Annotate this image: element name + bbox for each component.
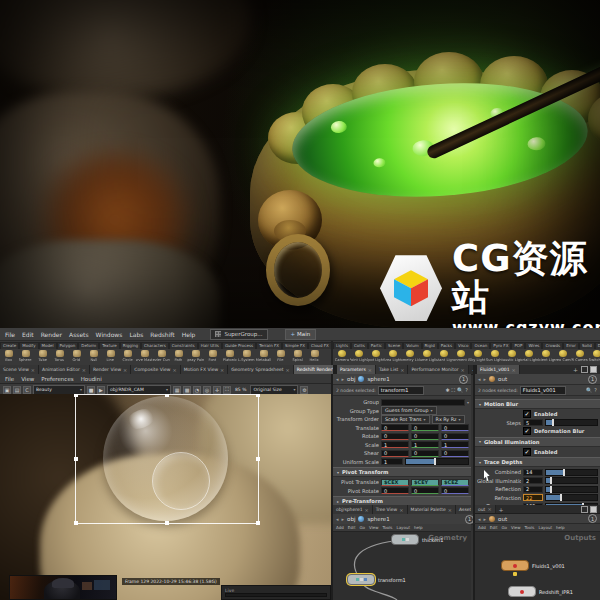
region-selection-rect[interactable] [75, 394, 259, 524]
desktop-tab-main[interactable]: + Main [285, 329, 317, 340]
path-node[interactable]: out [498, 516, 507, 522]
rotate-order-select[interactable]: Rx Ry Rz▾ [432, 415, 465, 424]
scale-field[interactable]: 1 [441, 441, 469, 448]
play-icon[interactable]: ▶ [97, 386, 105, 394]
back-icon[interactable]: ◂ [336, 516, 339, 522]
menu-item[interactable]: View [369, 525, 379, 530]
path-node[interactable]: sphere1 [367, 516, 389, 522]
pane-menu-icon[interactable] [581, 366, 588, 373]
pretransform-section-header[interactable]: ▸Pre-Transform [333, 496, 471, 505]
graph-node[interactable]: thicken1 [391, 534, 443, 545]
shelf-tab[interactable]: Model [39, 342, 57, 349]
shelf-tool[interactable]: Tube [34, 349, 51, 365]
refraction-field[interactable]: 22 [523, 494, 543, 501]
shelf-tab[interactable]: Terrain FX [256, 342, 282, 349]
close-icon[interactable]: × [31, 367, 35, 373]
gear-icon[interactable]: ⚙ [300, 386, 308, 394]
menu-item[interactable]: View [21, 376, 34, 382]
save-icon[interactable]: ▣ [3, 386, 11, 394]
shelf-tool[interactable]: Environment Light [452, 349, 469, 365]
shelf-tab[interactable]: Rigging [120, 342, 141, 349]
close-icon[interactable]: × [448, 507, 452, 513]
menu-item[interactable]: Preferences [41, 376, 73, 382]
shelf-tab[interactable]: Deform [595, 342, 600, 349]
selection-handle[interactable] [74, 457, 78, 461]
restart-render-icon[interactable]: C [23, 386, 31, 394]
menu-item[interactable]: Help [182, 331, 196, 338]
menu-item[interactable]: Render [41, 331, 62, 338]
node-name-field[interactable]: transform1 [378, 386, 424, 395]
pane-tab[interactable]: Take List× [376, 365, 408, 374]
group-field[interactable] [381, 399, 465, 406]
selection-handle[interactable] [74, 394, 78, 397]
pane-max-icon[interactable] [590, 366, 597, 373]
shelf-tab[interactable]: Volum [403, 342, 421, 349]
shelf-tool[interactable]: Sky Light [469, 349, 486, 365]
shelf-tab[interactable]: Modify [19, 342, 38, 349]
menu-item[interactable]: Edit [490, 525, 498, 530]
shelf-tab[interactable]: Texture [99, 342, 120, 349]
pivot-rotate-field[interactable]: 0 [441, 487, 469, 494]
pane-max-icon[interactable] [590, 506, 597, 513]
pane-tab[interactable]: Material Palette× [408, 505, 457, 514]
shelf-tool[interactable]: Curve Master [136, 349, 153, 365]
render-flag-icon[interactable] [520, 590, 524, 594]
stop-icon[interactable]: ■ [87, 386, 95, 394]
close-icon[interactable]: × [512, 367, 516, 373]
checkbox-checked[interactable]: ✓ [523, 448, 531, 456]
selection-handle[interactable] [256, 521, 260, 525]
pane-tab[interactable]: Scene View× [0, 365, 39, 374]
shelf-tab[interactable]: Hair Utils [198, 342, 222, 349]
shear-field[interactable]: 0 [441, 450, 469, 457]
uniform-scale-slider[interactable] [405, 458, 469, 465]
pin-icon[interactable]: ✱ [445, 387, 449, 394]
menu-item[interactable]: Layout [396, 525, 410, 530]
shelf-tool[interactable]: Grid [68, 349, 85, 365]
shelf-tab[interactable]: Lights [333, 342, 351, 349]
shelf-tool[interactable]: Ambient Light [537, 349, 554, 365]
shelf-tab[interactable]: Deform [78, 342, 99, 349]
pane-tab[interactable]: Tree View× [373, 505, 408, 514]
steps-field[interactable]: 5 [523, 419, 543, 426]
param-path-bar[interactable]: ◂ ▸ obj sphere1 1 [333, 374, 471, 385]
shelf-tab[interactable]: Cloud FX [308, 342, 331, 349]
pivot-translate-field[interactable]: $CEZ [441, 479, 469, 486]
reflection-field[interactable]: 2 [523, 486, 543, 493]
shelf-tab[interactable]: Pyro FX [490, 342, 511, 349]
path-node[interactable]: out [498, 376, 507, 382]
menu-item[interactable]: Go [360, 525, 366, 530]
transform-order-select[interactable]: Scale Rot Trans▾ [381, 415, 430, 424]
node-name-field[interactable]: Fluids1_v001 [520, 386, 566, 395]
shelf-tab[interactable]: Wires [525, 342, 542, 349]
close-icon[interactable]: × [461, 367, 465, 373]
pane-tab[interactable]: Fluids1_v001× [477, 365, 520, 374]
close-icon[interactable]: × [286, 367, 290, 373]
close-icon[interactable]: × [123, 367, 127, 373]
motion-blur-section-header[interactable]: ▾Motion Blur [475, 399, 600, 409]
close-icon[interactable]: × [82, 367, 86, 373]
snapshot-icon[interactable]: ▤ [13, 386, 21, 394]
shelf-tab[interactable]: Polygon [57, 342, 79, 349]
frame-icon[interactable]: ⛶ [452, 387, 456, 394]
shelf-tool[interactable]: Null [85, 349, 102, 365]
shelf-tool[interactable]: Platonic [221, 349, 238, 365]
pane-tab[interactable]: Geometry Spreadsheet× [228, 365, 293, 374]
menu-item[interactable]: Redshift [150, 331, 174, 338]
close-icon[interactable]: × [220, 367, 224, 373]
pane-tab[interactable]: Performance Monitor× [408, 365, 468, 374]
size-mode-select[interactable]: Original Size▾ [250, 385, 298, 395]
network-editor-out[interactable]: AddEditGoViewToolsLayouthelp Outputs Flu… [473, 524, 600, 600]
graph-node-rop[interactable]: Fluids1_v001 [501, 560, 565, 571]
magnify-icon[interactable]: 🔍 [586, 387, 592, 393]
shelf-tab[interactable]: Create [0, 342, 19, 349]
shelf-tool[interactable]: Spot Light [367, 349, 384, 365]
reflection-slider[interactable] [545, 486, 598, 493]
shelf-tool[interactable]: Area Light [384, 349, 401, 365]
translate-field[interactable]: 0 [441, 424, 469, 431]
network-path-bar-right[interactable]: ◂ ▸ out 1 [473, 514, 600, 524]
shelf-tool[interactable]: L-System [238, 349, 255, 365]
shelf-tool[interactable]: Sphere [17, 349, 34, 365]
pane-menu-icon[interactable] [581, 506, 588, 513]
shelf-tool[interactable]: Sun Light [486, 349, 503, 365]
pivot-translate-field[interactable]: $CEY [411, 479, 439, 486]
